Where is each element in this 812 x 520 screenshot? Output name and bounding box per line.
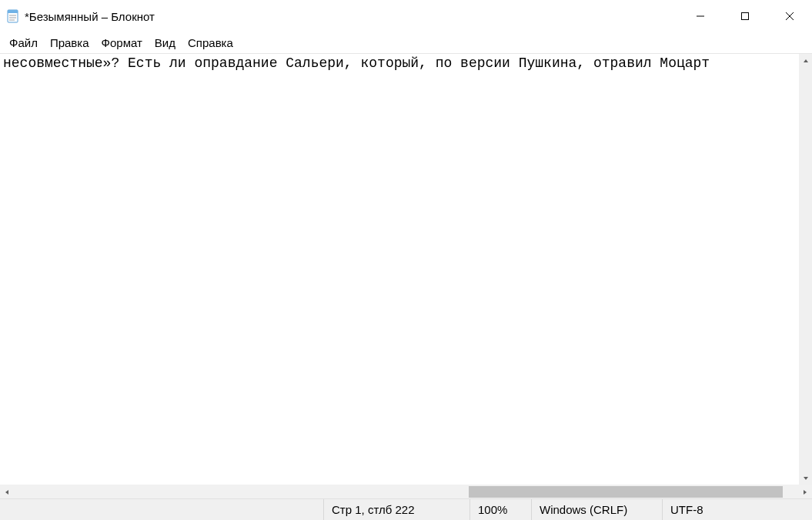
chevron-left-icon [4,489,10,495]
vertical-scroll-track[interactable] [800,67,812,471]
statusbar: Стр 1, стлб 222 100% Windows (CRLF) UTF-… [0,498,812,520]
status-empty [0,499,323,520]
maximize-icon [740,12,750,21]
svg-marker-9 [804,59,808,62]
chevron-right-icon [802,489,808,495]
chevron-down-icon [803,475,809,481]
status-encoding: UTF-8 [662,499,812,520]
text-editor[interactable]: несовместные»? Есть ли оправдание Сальер… [0,54,812,485]
notepad-app-icon [6,9,20,23]
scroll-up-button[interactable] [800,54,812,67]
scroll-left-button[interactable] [0,485,14,498]
chevron-up-icon [803,58,809,64]
close-button[interactable] [767,0,812,32]
scroll-down-button[interactable] [800,471,812,485]
status-zoom: 100% [469,499,531,520]
menu-format[interactable]: Формат [95,35,149,51]
close-icon [785,12,794,21]
horizontal-scroll-thumb[interactable] [469,486,783,498]
svg-rect-1 [8,10,18,13]
menu-edit[interactable]: Правка [44,35,95,51]
menu-view[interactable]: Вид [149,35,182,51]
notepad-window: *Безымянный – Блокнот Файл Правка Формат… [0,0,812,520]
menubar: Файл Правка Формат Вид Справка [0,32,812,54]
svg-marker-11 [5,490,8,495]
menu-file[interactable]: Файл [3,35,44,51]
scroll-right-button[interactable] [798,485,812,498]
status-line-endings: Windows (CRLF) [531,499,662,520]
maximize-button[interactable] [723,0,767,32]
svg-marker-12 [804,490,807,495]
svg-marker-10 [804,477,808,480]
editor-content[interactable]: несовместные»? Есть ли оправдание Сальер… [0,54,812,72]
status-cursor-position: Стр 1, стлб 222 [323,499,469,520]
titlebar[interactable]: *Безымянный – Блокнот [0,0,812,32]
horizontal-scroll-track[interactable] [14,485,798,498]
vertical-scrollbar[interactable] [799,54,812,485]
svg-rect-6 [742,13,749,20]
minimize-icon [696,12,705,21]
horizontal-scrollbar[interactable] [0,485,812,498]
editor-area: несовместные»? Есть ли оправдание Сальер… [0,54,812,498]
minimize-button[interactable] [678,0,723,32]
menu-help[interactable]: Справка [182,35,239,51]
window-title: *Безымянный – Блокнот [25,10,155,23]
